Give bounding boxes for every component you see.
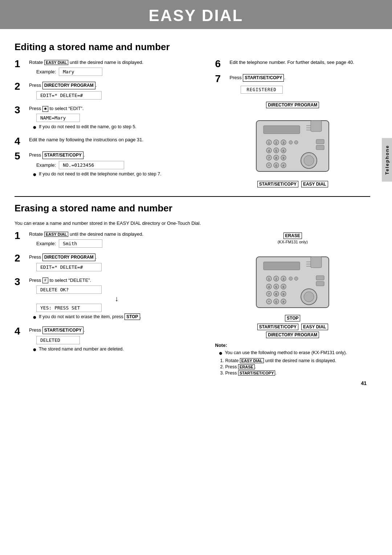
- erase-step-3: 3 Press # to select “DELETE”. DELETE OK?…: [15, 277, 204, 322]
- start-set-copy-diagram-label: START/SET/COPY: [257, 181, 298, 187]
- svg-text:3: 3: [283, 141, 285, 145]
- dir-prog-diagram2-area: DIRECTORY PROGRAM: [215, 332, 371, 338]
- easy-dial-diagram2-label: EASY DIAL: [301, 324, 328, 330]
- erase-step-4-num: 4: [15, 326, 25, 337]
- step-2-num: 2: [15, 81, 25, 92]
- dir-prog-key-e2: DIRECTORY PROGRAM: [42, 254, 95, 261]
- svg-text:4: 4: [268, 285, 270, 289]
- stop-key-inline: STOP: [124, 313, 140, 320]
- step-7-text: Press START/SET/COPY.: [230, 74, 371, 82]
- step-5-note-text: If you do not need to edit the telephone…: [39, 171, 162, 178]
- section2-title: Erasing a stored name and number: [15, 203, 370, 214]
- step-2-display: EDIT=* DELETE=#: [36, 91, 102, 100]
- erase-step-4-note-text: The stored name and number are deleted.: [39, 346, 124, 353]
- page-number: 41: [15, 380, 370, 386]
- erase-step-2-num: 2: [15, 253, 25, 264]
- easy-dial-key-e1: EASY DIAL: [44, 232, 68, 237]
- erase-step-1: 1 Rotate EASY DIAL until the desired nam…: [15, 231, 204, 249]
- note-bullet-1: ●: [219, 350, 223, 356]
- arrow-down: ↓: [29, 295, 204, 303]
- step-7-display: REGISTERED: [241, 86, 283, 94]
- erase-step-4-note: ● The stored name and number are deleted…: [33, 346, 204, 353]
- svg-text:5: 5: [275, 149, 277, 153]
- step-1-num: 1: [15, 58, 25, 70]
- easy-dial-diagram-label: EASY DIAL: [301, 181, 328, 187]
- section2-diagram-area: 1 2 3 4 5 6 7: [215, 246, 371, 315]
- example-label-1: Example:: [36, 69, 56, 74]
- erase-step-3-text: Press # to select “DELETE”.: [29, 277, 204, 284]
- note-ordered-list: Rotate EASY DIAL until the desired name …: [225, 358, 371, 376]
- page-header: EASY DIAL: [0, 0, 392, 29]
- svg-text:7: 7: [268, 292, 270, 296]
- svg-rect-56: [316, 276, 324, 280]
- erase-sub-label: (KX-FM131 only): [278, 240, 308, 244]
- section1-left: 1 Rotate EASY DIAL until the desired nam…: [15, 59, 204, 187]
- example-value-1: Mary: [59, 68, 102, 76]
- section1-diagram-area: DIRECTORY PROGRAM: [215, 102, 371, 187]
- step-6-content: Edit the telephone number. For further d…: [230, 59, 371, 68]
- erase-step-3-note-text: If you do not want to erase the item, pr…: [39, 314, 141, 320]
- step-5-content: Press START/SET/COPY. Example: NO.=01234…: [29, 151, 204, 179]
- erase-step-3-display2: YES: PRESS SET: [36, 304, 102, 312]
- stop-label-area: STOP: [215, 315, 371, 321]
- step-6: 6 Edit the telephone number. For further…: [215, 59, 371, 70]
- svg-text:9: 9: [283, 156, 285, 160]
- note-section: Note: ● You can use the following method…: [215, 343, 371, 376]
- bullet-dot-e3: ●: [33, 314, 37, 320]
- section2-columns: 1 Rotate EASY DIAL until the desired nam…: [15, 231, 370, 377]
- svg-point-12: [289, 141, 293, 144]
- svg-text:0: 0: [275, 300, 277, 304]
- easy-dial-key-1: EASY DIAL: [44, 60, 68, 65]
- example-label-5: Example:: [36, 162, 56, 168]
- svg-text:6: 6: [283, 149, 285, 153]
- erase-step-2-text: Press DIRECTORY PROGRAM.: [29, 254, 204, 261]
- dir-prog-key-2: DIRECTORY PROGRAM: [42, 82, 95, 89]
- step-4: 4 Edit the name by following the instruc…: [15, 137, 204, 147]
- example-value-5: NO.=0123456: [59, 161, 124, 169]
- svg-text:6: 6: [283, 285, 285, 289]
- step-5-example: Example: NO.=0123456: [36, 161, 204, 169]
- erase-step-1-content: Rotate EASY DIAL until the desired name …: [29, 231, 204, 249]
- svg-point-48: [289, 277, 293, 280]
- step-6-text: Edit the telephone number. For further d…: [230, 59, 371, 66]
- svg-text:4: 4: [268, 149, 270, 153]
- svg-text:2: 2: [275, 141, 277, 145]
- section1-columns: 1 Rotate EASY DIAL until the desired nam…: [15, 59, 370, 187]
- step-3-content: Press ✱ to select “EDIT”. NAME=Mary ● If…: [29, 105, 204, 132]
- note-list-item-2: Press ERASE.: [225, 364, 371, 369]
- section2-right: ERASE (KX-FM131 only) 1 2 3: [215, 231, 371, 377]
- step-4-text: Edit the name by following the instructi…: [29, 137, 204, 143]
- note-title: Note:: [215, 343, 371, 348]
- svg-rect-1: [264, 126, 300, 134]
- section-divider: [15, 196, 370, 197]
- start-set-copy-diagram2-label: START/SET/COPY: [257, 324, 298, 330]
- step-4-content: Edit the name by following the instructi…: [29, 137, 204, 145]
- step-2-content: Press DIRECTORY PROGRAM. EDIT=* DELETE=#: [29, 82, 204, 101]
- svg-text:1: 1: [268, 141, 270, 145]
- note-text-1: You can use the following method to eras…: [225, 350, 347, 356]
- step-2-text: Press DIRECTORY PROGRAM.: [29, 82, 204, 89]
- step-1: 1 Rotate EASY DIAL until the desired nam…: [15, 59, 204, 77]
- step-3-display: NAME=Mary: [36, 114, 80, 122]
- erase-example-label-1: Example:: [36, 241, 56, 246]
- note-line-1: ● You can use the following method to er…: [219, 350, 371, 356]
- erase-step-4: 4 Press START/SET/COPY. DELETED ● The st…: [15, 327, 204, 355]
- start-set-copy-key-7: START/SET/COPY: [243, 74, 284, 82]
- erase-step-2-content: Press DIRECTORY PROGRAM. EDIT=* DELETE=#: [29, 254, 204, 273]
- step-3: 3 Press ✱ to select “EDIT”. NAME=Mary ● …: [15, 105, 204, 132]
- erase-step-1-example: Example: Smith: [36, 239, 204, 248]
- step-7-num: 7: [215, 73, 225, 85]
- svg-point-13: [294, 141, 298, 144]
- svg-text:1: 1: [268, 277, 270, 281]
- svg-text:7: 7: [268, 156, 270, 160]
- svg-text:*: *: [268, 300, 270, 304]
- note-list-item-3: Press START/SET/COPY.: [225, 370, 371, 376]
- erase-step-4-text: Press START/SET/COPY.: [29, 327, 204, 334]
- svg-rect-57: [316, 281, 324, 286]
- svg-rect-20: [316, 139, 324, 144]
- step-3-note-text: If you do not need to edit the name, go …: [39, 124, 136, 130]
- bullet-dot-5: ●: [33, 171, 37, 178]
- erase-example-value-1: Smith: [59, 239, 102, 248]
- fax-diagram-2: 1 2 3 4 5 6 7: [253, 246, 332, 315]
- step-7: 7 Press START/SET/COPY. REGISTERED: [215, 74, 371, 97]
